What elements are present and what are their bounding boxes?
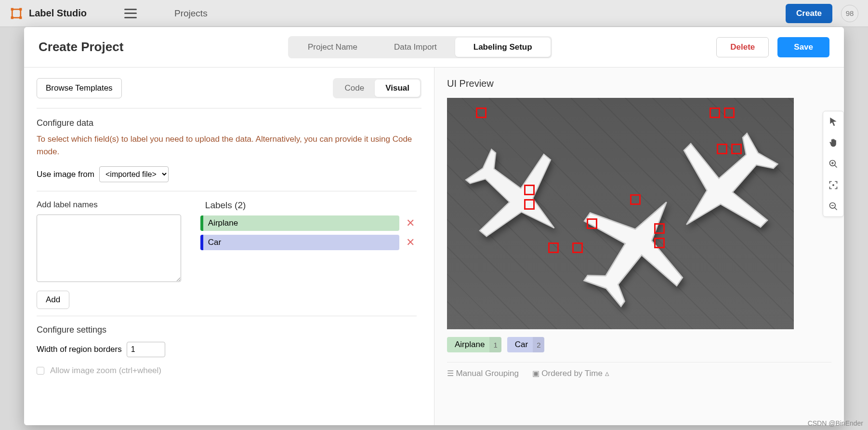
- top-bar-right: Create 98: [786, 4, 858, 23]
- top-bar-left: Label Studio Projects: [10, 7, 208, 20]
- ui-preview-heading: UI Preview: [447, 78, 831, 89]
- zoom-in-icon[interactable]: [828, 159, 839, 169]
- bbox: [724, 108, 735, 118]
- preview-bottom-row: ☰ Manual Grouping ▣ Ordered by Time ▵: [447, 362, 831, 378]
- notifications-badge[interactable]: 98: [841, 5, 858, 22]
- bbox: [654, 238, 665, 248]
- menu-icon[interactable]: [124, 9, 137, 18]
- bbox: [630, 194, 641, 205]
- modal-body: Browse Templates Code Visual Configure d…: [24, 67, 844, 425]
- bbox: [587, 218, 597, 229]
- airplane-sprite: [461, 141, 572, 254]
- browse-templates-button[interactable]: Browse Templates: [37, 78, 122, 98]
- save-button[interactable]: Save: [777, 37, 829, 57]
- svg-rect-1: [11, 8, 13, 10]
- svg-line-11: [835, 208, 837, 210]
- use-image-from-label: Use image from: [37, 170, 94, 179]
- preview-pane: UI Preview: [434, 67, 844, 425]
- svg-rect-3: [11, 16, 13, 19]
- preview-image[interactable]: [447, 98, 794, 329]
- bbox: [731, 144, 742, 154]
- modal-header: Create Project Project Name Data Import …: [24, 27, 844, 67]
- code-tab[interactable]: Code: [334, 80, 375, 97]
- zoom-setting-row: Allow image zoom (ctrl+wheel): [37, 366, 417, 376]
- label-row-airplane: Airplane ✕: [200, 215, 417, 231]
- breadcrumb-projects[interactable]: Projects: [174, 8, 208, 19]
- bbox: [717, 144, 727, 154]
- label-chip-airplane[interactable]: Airplane: [200, 215, 399, 231]
- logo[interactable]: Label Studio: [10, 7, 87, 20]
- bbox: [524, 199, 535, 210]
- svg-point-9: [833, 185, 834, 186]
- legend: Airplane 1 Car 2: [447, 337, 831, 352]
- config-scroll[interactable]: Configure data To select which field(s) …: [37, 108, 421, 415]
- configure-data-heading: Configure data: [37, 118, 417, 128]
- svg-rect-2: [19, 8, 22, 10]
- label-chip-car[interactable]: Car: [200, 235, 399, 250]
- label-row-car: Car ✕: [200, 235, 417, 250]
- bbox: [654, 223, 665, 234]
- border-width-input[interactable]: [127, 342, 165, 357]
- create-project-modal: Create Project Project Name Data Import …: [24, 27, 844, 425]
- logo-icon: [10, 7, 23, 20]
- add-label-names-heading: Add label names: [37, 200, 181, 210]
- legend-airplane[interactable]: Airplane 1: [447, 337, 501, 352]
- config-pane: Browse Templates Code Visual Configure d…: [24, 67, 434, 425]
- zoom-checkbox[interactable]: [37, 367, 44, 375]
- label-names-textarea[interactable]: [37, 215, 181, 282]
- bbox: [548, 242, 559, 253]
- fit-icon[interactable]: [828, 180, 839, 190]
- bbox: [524, 185, 535, 195]
- modal-actions: Delete Save: [716, 37, 829, 57]
- tab-data-import[interactable]: Data Import: [376, 38, 455, 57]
- svg-rect-4: [19, 16, 22, 19]
- delete-button[interactable]: Delete: [716, 37, 769, 57]
- list-icon: ☰: [447, 369, 456, 377]
- clock-icon: ▣: [532, 369, 541, 377]
- create-button[interactable]: Create: [786, 4, 832, 23]
- app-name: Label Studio: [29, 8, 87, 19]
- bbox: [476, 108, 487, 118]
- svg-line-6: [835, 165, 837, 168]
- labels-heading: Labels (2): [205, 200, 417, 211]
- code-visual-toggle: Code Visual: [333, 78, 421, 98]
- remove-label-airplane[interactable]: ✕: [404, 217, 417, 229]
- zoom-label: Allow image zoom (ctrl+wheel): [50, 366, 161, 376]
- remove-label-car[interactable]: ✕: [404, 236, 417, 249]
- ordered-by-time[interactable]: ▣ Ordered by Time ▵: [532, 368, 609, 378]
- bbox: [710, 108, 720, 118]
- hand-tool-icon[interactable]: [828, 137, 839, 148]
- watermark: CSDN @BinEnder: [808, 419, 863, 427]
- tab-labeling-setup[interactable]: Labeling Setup: [455, 38, 551, 57]
- border-width-label: Width of region borders: [37, 345, 122, 354]
- use-image-from-select[interactable]: <imported file>: [99, 166, 169, 182]
- tool-rail: [823, 111, 844, 217]
- legend-car[interactable]: Car 2: [507, 337, 545, 352]
- zoom-out-icon[interactable]: [828, 201, 839, 212]
- configure-data-warning: To select which field(s) to label you ne…: [37, 133, 417, 158]
- separator-2: [37, 316, 417, 316]
- bbox: [572, 242, 583, 253]
- separator: [37, 191, 417, 191]
- visual-tab[interactable]: Visual: [375, 80, 420, 97]
- configure-settings-heading: Configure settings: [37, 325, 417, 335]
- pointer-tool-icon[interactable]: [828, 116, 839, 127]
- add-label-button[interactable]: Add: [37, 291, 69, 309]
- manual-grouping[interactable]: ☰ Manual Grouping: [447, 369, 519, 378]
- top-bar: Label Studio Projects Create 98: [0, 0, 868, 27]
- modal-tabs: Project Name Data Import Labeling Setup: [288, 36, 552, 58]
- tab-project-name[interactable]: Project Name: [289, 38, 376, 57]
- chevron-up-icon: ▵: [605, 369, 609, 378]
- modal-title: Create Project: [39, 40, 123, 54]
